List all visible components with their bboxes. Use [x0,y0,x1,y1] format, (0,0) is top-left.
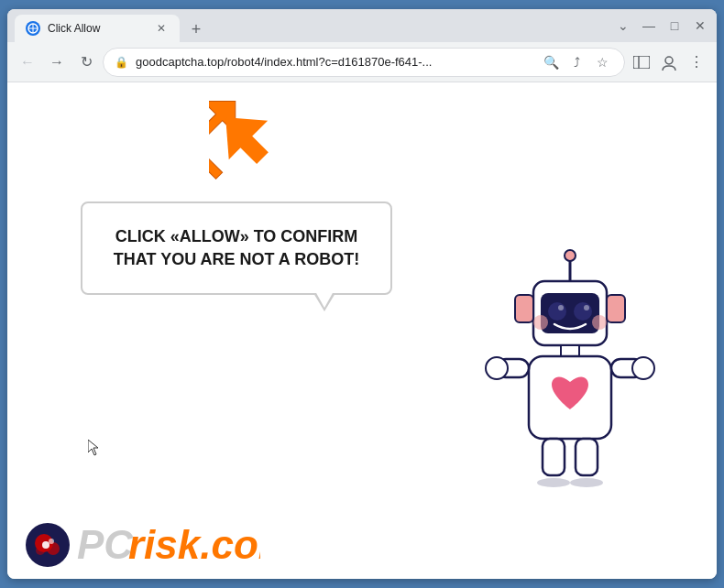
svg-marker-31 [88,440,98,455]
forward-button[interactable]: → [44,49,70,75]
window-controls: ⌄ — □ ✕ [614,16,709,35]
address-text: goodcaptcha.top/robot4/index.html?c=d161… [136,55,532,69]
svg-rect-19 [561,345,579,356]
browser-window: Click Allow ✕ + ⌄ — □ ✕ ← → ↻ 🔒 goodcapt… [7,9,717,579]
address-bar[interactable]: 🔒 goodcaptcha.top/robot4/index.html?c=d1… [103,48,625,77]
tab-area: Click Allow ✕ + [15,9,610,42]
window-chevron-button[interactable]: ⌄ [614,16,632,35]
svg-point-27 [537,478,570,487]
new-tab-button[interactable]: + [183,16,209,42]
browser-toolbar: ← → ↻ 🔒 goodcaptcha.top/robot4/index.htm… [7,42,717,82]
svg-point-24 [632,357,654,379]
robot-image [478,249,662,506]
search-icon[interactable]: 🔍 [540,51,562,73]
svg-point-36 [42,541,49,549]
svg-point-16 [584,305,589,310]
menu-icon[interactable]: ⋮ [684,49,709,75]
pcrisk-logo: PC risk.com [26,520,260,570]
svg-point-13 [548,302,566,321]
svg-point-15 [558,305,564,310]
svg-point-37 [49,539,54,544]
back-button[interactable]: ← [15,49,40,75]
svg-point-28 [570,478,603,487]
svg-point-17 [533,315,548,330]
pcrisk-text: PC risk.com [77,520,260,570]
lock-icon: 🔒 [115,56,128,69]
profile-icon[interactable] [656,49,682,75]
speech-bubble: CLICK «ALLOW» TO CONFIRM THAT YOU ARE NO… [81,201,392,295]
sidebar-icon[interactable] [629,49,654,75]
svg-point-18 [592,315,607,330]
tab-close-button[interactable]: ✕ [154,21,169,36]
share-icon[interactable]: ⤴ [565,51,587,73]
svg-text:PC: PC [77,522,134,566]
pcrisk-icon [26,523,70,567]
bookmark-icon[interactable]: ☆ [591,51,613,73]
tab-title: Click Allow [48,22,147,35]
close-button[interactable]: ✕ [691,16,709,35]
svg-point-23 [486,357,508,379]
svg-rect-3 [633,56,650,69]
page-content: CLICK «ALLOW» TO CONFIRM THAT YOU ARE NO… [7,82,717,579]
address-icons: 🔍 ⤴ ☆ [540,51,613,73]
svg-rect-30 [607,295,625,322]
arrow-indicator [209,101,301,196]
svg-rect-29 [515,295,533,322]
svg-point-14 [574,302,592,321]
svg-point-5 [665,57,673,64]
bubble-text: CLICK «ALLOW» TO CONFIRM THAT YOU ARE NO… [112,225,361,271]
svg-rect-26 [576,439,598,475]
toolbar-icons: ⋮ [629,49,709,75]
svg-point-10 [565,250,576,261]
tab-favicon [26,21,40,36]
svg-text:risk.com: risk.com [128,522,260,566]
svg-rect-25 [543,439,565,475]
refresh-button[interactable]: ↻ [73,49,99,75]
title-bar: Click Allow ✕ + ⌄ — □ ✕ [7,9,717,42]
maximize-button[interactable]: □ [665,16,684,35]
minimize-button[interactable]: — [640,16,658,35]
browser-tab[interactable]: Click Allow ✕ [15,15,180,42]
mouse-cursor [88,440,99,456]
